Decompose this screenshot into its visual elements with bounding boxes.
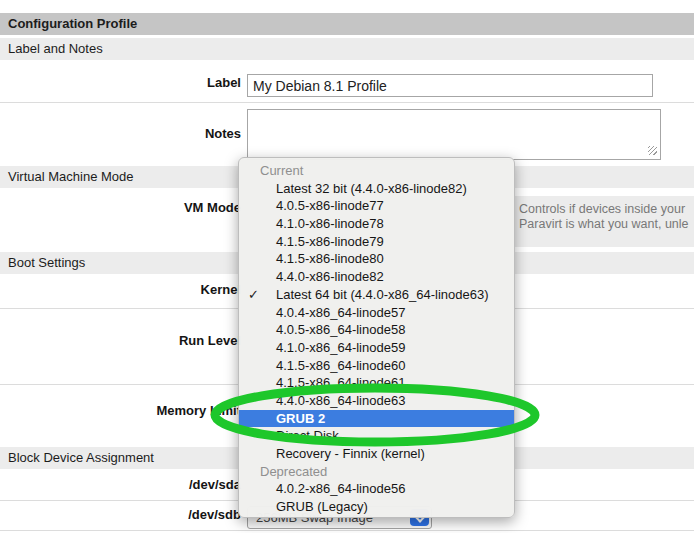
kernel-option-label: GRUB (Legacy) <box>276 499 368 514</box>
kernel-option[interactable]: Recovery - Finnix (kernel) <box>239 445 514 463</box>
vm-mode-help-text: Controls if devices inside your Paravirt… <box>515 196 694 247</box>
resize-handle-icon[interactable] <box>648 146 657 155</box>
kernel-option[interactable]: 4.0.5-x86_64-linode58 <box>239 321 514 339</box>
checkmark-icon: ✓ <box>248 286 259 304</box>
section-label-and-notes: Label and Notes <box>0 38 694 60</box>
kernel-option-label: Direct Disk <box>276 428 339 443</box>
kernel-option-label: 4.1.5-x86-linode80 <box>276 251 384 266</box>
kernel-option[interactable]: 4.1.5-x86_64-linode60 <box>239 357 514 375</box>
kernel-option-label: 4.1.5-x86-linode79 <box>276 234 384 249</box>
kernel-option-label: 4.4.0-x86_64-linode63 <box>276 393 405 408</box>
kernel-option-label: 4.0.5-x86-linode77 <box>276 198 384 213</box>
dev-sda-field-label: /dev/sda <box>0 477 241 492</box>
kernel-option-label: Latest 32 bit (4.4.0-x86-linode82) <box>276 181 467 196</box>
kernel-option[interactable]: 4.1.5-x86-linode80 <box>239 250 514 268</box>
kernel-group-label: Current <box>239 162 514 180</box>
run-level-field-label: Run Level <box>0 333 241 348</box>
vm-mode-field-label: VM Mode <box>0 200 241 215</box>
page-title: Configuration Profile <box>0 13 694 35</box>
kernel-option[interactable]: 4.0.5-x86-linode77 <box>239 197 514 215</box>
kernel-option-label: 4.4.0-x86-linode82 <box>276 269 384 284</box>
kernel-group-label: Deprecated <box>239 463 514 481</box>
kernel-option[interactable]: GRUB (Legacy) <box>239 498 514 516</box>
vm-mode-help-line1: Controls if devices inside your <box>519 202 694 217</box>
kernel-option[interactable]: 4.0.2-x86_64-linode56 <box>239 480 514 498</box>
memory-limit-field-label: Memory Limit <box>0 403 241 418</box>
dev-sdb-field-label: /dev/sdb <box>0 507 241 522</box>
kernel-option[interactable]: 4.1.0-x86-linode78 <box>239 215 514 233</box>
kernel-option-label: Latest 64 bit (4.4.0-x86_64-linode63) <box>276 287 488 302</box>
kernel-option-label: 4.1.0-x86_64-linode59 <box>276 340 405 355</box>
kernel-option[interactable]: Direct Disk <box>239 427 514 445</box>
kernel-option[interactable]: Latest 32 bit (4.4.0-x86-linode82) <box>239 180 514 198</box>
kernel-option-label: 4.1.5-x86_64-linode61 <box>276 375 405 390</box>
kernel-field-label: Kernel <box>0 282 241 297</box>
label-field-label: Label <box>0 75 241 90</box>
kernel-option-label: 4.0.2-x86_64-linode56 <box>276 481 405 496</box>
kernel-option-label: 4.1.0-x86-linode78 <box>276 216 384 231</box>
kernel-option[interactable]: ✓Latest 64 bit (4.4.0-x86_64-linode63) <box>239 286 514 304</box>
kernel-option[interactable]: 4.4.0-x86_64-linode63 <box>239 392 514 410</box>
kernel-dropdown-menu: CurrentLatest 32 bit (4.4.0-x86-linode82… <box>238 157 515 518</box>
kernel-option-label: 4.1.5-x86_64-linode60 <box>276 358 405 373</box>
kernel-option[interactable]: GRUB 2 <box>239 410 514 428</box>
notes-field-label: Notes <box>0 126 241 141</box>
profile-label-input[interactable] <box>247 74 653 97</box>
kernel-option-label: GRUB 2 <box>276 411 325 426</box>
vm-mode-help-line2: Paravirt is what you want, unle <box>519 217 694 232</box>
kernel-dropdown-list: CurrentLatest 32 bit (4.4.0-x86-linode82… <box>239 162 514 516</box>
kernel-option-label: Deprecated <box>260 464 327 479</box>
kernel-option[interactable]: 4.1.0-x86_64-linode59 <box>239 339 514 357</box>
kernel-option-label: Current <box>260 163 303 178</box>
notes-textarea[interactable] <box>247 109 661 160</box>
kernel-option-label: 4.0.4-x86_64-linode57 <box>276 305 405 320</box>
configuration-profile-page: Configuration Profile Label and Notes La… <box>0 0 694 533</box>
kernel-option[interactable]: 4.4.0-x86-linode82 <box>239 268 514 286</box>
kernel-option-label: 4.0.5-x86_64-linode58 <box>276 322 405 337</box>
kernel-option[interactable]: 4.1.5-x86-linode79 <box>239 233 514 251</box>
kernel-option[interactable]: 4.1.5-x86_64-linode61 <box>239 374 514 392</box>
kernel-option[interactable]: 4.0.4-x86_64-linode57 <box>239 304 514 322</box>
row-divider <box>0 530 694 531</box>
row-divider <box>0 102 694 103</box>
kernel-option-label: Recovery - Finnix (kernel) <box>276 446 425 461</box>
